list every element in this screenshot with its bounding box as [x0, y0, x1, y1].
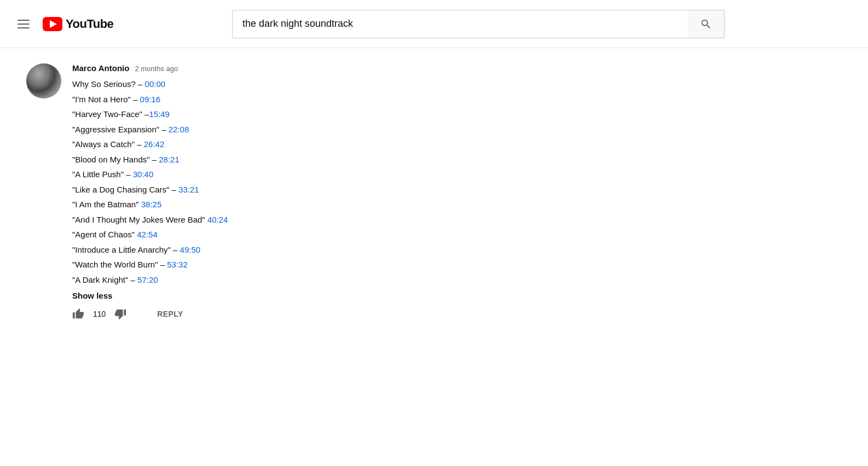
comment-actions: 110 REPLY: [72, 308, 519, 320]
track-line: "Like a Dog Chasing Cars" – 33:21: [72, 183, 519, 197]
timestamp-link[interactable]: 30:40: [133, 170, 154, 179]
timestamp-link[interactable]: 40:24: [207, 215, 228, 224]
timestamp-link[interactable]: 33:21: [178, 185, 199, 194]
search-input[interactable]: [232, 10, 687, 38]
track-line: Why So Serious? – 00:00: [72, 77, 519, 91]
comment-author: Marco Antonio: [72, 63, 129, 73]
timestamp-link[interactable]: 57:20: [137, 275, 158, 284]
track-line: "Agent of Chaos" 42:54: [72, 228, 519, 242]
thumbs-up-icon: [72, 308, 84, 320]
track-line: "Introduce a Little Anarchy" – 49:50: [72, 243, 519, 257]
header-left: YouTube: [13, 15, 177, 33]
track-line: "I Am the Batman" 38:25: [72, 197, 519, 212]
track-title: "And I Thought My Jokes Were Bad": [72, 215, 207, 224]
like-button[interactable]: [72, 308, 84, 320]
track-title: "Always a Catch" –: [72, 139, 144, 149]
track-title: "A Dark Knight" –: [72, 275, 137, 284]
track-title: "Agent of Chaos": [72, 230, 137, 239]
like-count: 110: [93, 310, 106, 318]
timestamp-link[interactable]: 09:16: [140, 95, 161, 104]
track-title: "Blood on My Hands" –: [72, 155, 159, 164]
comment-header: Marco Antonio 2 months ago: [72, 63, 519, 73]
timestamp-link[interactable]: 38:25: [141, 200, 162, 209]
comment: Marco Antonio 2 months ago Why So Seriou…: [26, 63, 519, 320]
track-line: "Harvey Two-Face" –15:49: [72, 107, 519, 121]
show-less-button[interactable]: Show less: [72, 291, 519, 300]
reply-button[interactable]: REPLY: [157, 310, 183, 318]
avatar: [26, 63, 61, 98]
search-box: [232, 10, 725, 38]
track-title: "I Am the Batman": [72, 200, 141, 209]
track-line: "Blood on My Hands" – 28:21: [72, 153, 519, 167]
track-title: "Introduce a Little Anarchy" –: [72, 245, 180, 254]
track-title: "I'm Not a Hero" –: [72, 95, 140, 104]
track-line: "A Little Push" – 30:40: [72, 167, 519, 182]
timestamp-link[interactable]: 15:49: [149, 109, 170, 119]
comment-body: Marco Antonio 2 months ago Why So Seriou…: [72, 63, 519, 320]
track-line: "I'm Not a Hero" – 09:16: [72, 92, 519, 107]
timestamp-link[interactable]: 28:21: [159, 155, 180, 164]
dislike-button[interactable]: [114, 308, 126, 320]
search-icon: [700, 18, 712, 30]
track-title: "Like a Dog Chasing Cars" –: [72, 185, 178, 194]
comment-time: 2 months ago: [135, 65, 178, 73]
search-container: [232, 10, 725, 38]
track-title: "Harvey Two-Face" –: [72, 109, 149, 119]
track-line: "Always a Catch" – 26:42: [72, 137, 519, 152]
track-title: "Aggressive Expansion" –: [72, 125, 169, 134]
timestamp-link[interactable]: 00:00: [145, 79, 166, 89]
track-line: "A Dark Knight" – 57:20: [72, 273, 519, 287]
track-title: "Watch the World Burn" –: [72, 260, 167, 269]
timestamp-link[interactable]: 53:32: [167, 260, 188, 269]
track-line: "And I Thought My Jokes Were Bad" 40:24: [72, 213, 519, 227]
timestamp-link[interactable]: 22:08: [169, 125, 189, 134]
track-line: "Aggressive Expansion" – 22:08: [72, 123, 519, 137]
thumbs-down-icon: [114, 308, 126, 320]
timestamp-link[interactable]: 26:42: [144, 139, 165, 149]
comment-text: Why So Serious? – 00:00"I'm Not a Hero" …: [72, 77, 519, 287]
youtube-logo-icon: [43, 17, 62, 31]
track-title: Why So Serious? –: [72, 79, 145, 89]
youtube-wordmark: YouTube: [66, 17, 113, 31]
avatar-image: [26, 63, 61, 98]
timestamp-link[interactable]: 49:50: [180, 245, 201, 254]
menu-icon[interactable]: [13, 15, 34, 33]
search-button[interactable]: [687, 10, 725, 38]
track-line: "Watch the World Burn" – 53:32: [72, 258, 519, 272]
header: YouTube: [0, 0, 868, 48]
main-content: Marco Antonio 2 months ago Why So Seriou…: [0, 48, 868, 335]
logo-container[interactable]: YouTube: [43, 17, 113, 31]
track-title: "A Little Push" –: [72, 170, 133, 179]
timestamp-link[interactable]: 42:54: [137, 230, 158, 239]
